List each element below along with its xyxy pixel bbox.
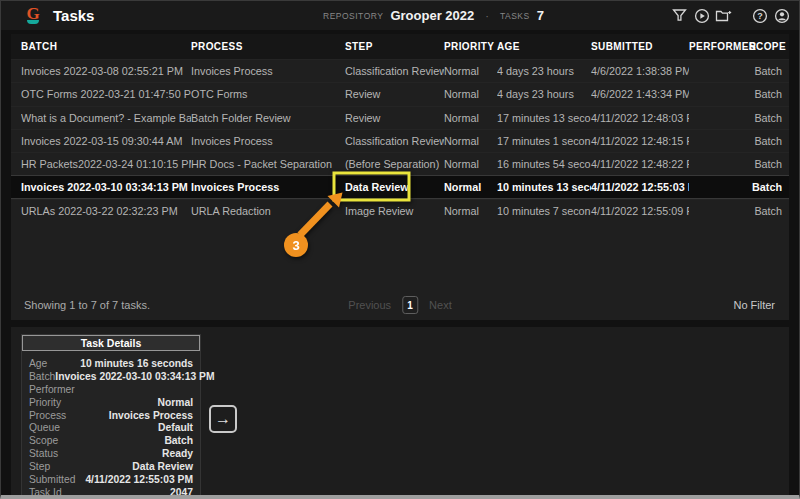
detail-row: Batch Invoices 2022-03-10 03:34:13 PM <box>22 370 200 383</box>
cell-batch: URLAs 2022-03-22 02:32:23 PM <box>21 205 191 217</box>
detail-row: Status Ready <box>22 447 200 460</box>
detail-row: Performer <box>22 383 200 396</box>
svg-text:?: ? <box>757 11 763 21</box>
cell-step: Image Review <box>345 205 444 217</box>
column-header-performer[interactable]: PERFORMER <box>689 41 749 52</box>
task-row[interactable]: Invoices 2022-03-15 09:30:44 AM Invoices… <box>11 129 789 152</box>
logo-letter: G <box>23 5 43 22</box>
cell-submitted: 4/6/2022 1:38:38 PM <box>591 65 689 77</box>
cell-process: Invoices Process <box>191 65 345 77</box>
cell-process: HR Docs - Packet Separation <box>191 158 345 170</box>
detail-label: Scope <box>29 435 58 446</box>
repository-label: REPOSITORY <box>323 11 383 21</box>
task-row[interactable]: What is a Document? - Example Batch Batc… <box>11 106 789 129</box>
detail-row: Process Invoices Process <box>22 409 200 422</box>
detail-label: Priority <box>29 397 61 408</box>
cell-priority: Normal <box>444 112 497 124</box>
detail-value: Default <box>158 422 193 433</box>
task-row[interactable]: HR Packets2022-03-24 01:10:15 PM HR Docs… <box>11 152 789 175</box>
task-details-card: Task Details Age 10 minutes 16 seconds B… <box>21 334 201 496</box>
cell-priority: Normal <box>444 158 497 170</box>
cell-priority: Normal <box>444 205 497 217</box>
cell-priority: Normal <box>444 135 497 147</box>
folder-add-icon[interactable] <box>715 7 732 24</box>
detail-value: 2047 <box>170 487 193 496</box>
cell-scope: Batch <box>749 112 782 124</box>
cell-step: Classification Review <box>345 65 444 77</box>
cell-priority: Normal <box>444 181 497 193</box>
table-footer: Showing 1 to 7 of 7 tasks. Previous 1 Ne… <box>11 294 789 318</box>
open-task-button[interactable]: → <box>209 405 237 433</box>
column-header-submitted[interactable]: SUBMITTED <box>591 41 689 52</box>
next-page-button[interactable]: Next <box>429 299 452 311</box>
detail-label: Process <box>29 410 66 421</box>
detail-value: Invoices 2022-03-10 03:34:13 PM <box>55 371 214 382</box>
right-arrow-icon: → <box>215 411 231 427</box>
filter-icon[interactable] <box>671 7 688 24</box>
top-bar: G Tasks REPOSITORY Grooper 2022 · TASKS … <box>1 1 799 30</box>
column-header-process[interactable]: PROCESS <box>191 41 345 52</box>
task-details-title: Task Details <box>22 335 200 351</box>
detail-row: Task Id 2047 <box>22 486 200 496</box>
detail-row: Priority Normal <box>22 396 200 409</box>
grooper-logo-icon: G <box>23 5 43 27</box>
detail-label: Batch <box>29 371 55 382</box>
task-row[interactable]: OTC Forms 2022-03-21 01:47:50 PM OTC For… <box>11 82 789 105</box>
page-title: Tasks <box>53 7 94 24</box>
filter-status[interactable]: No Filter <box>733 299 775 311</box>
column-header-step[interactable]: STEP <box>345 41 444 52</box>
detail-value: Normal <box>158 397 193 408</box>
cell-priority: Normal <box>444 88 497 100</box>
help-circle-icon[interactable]: ? <box>751 7 768 24</box>
showing-count-text: Showing 1 to 7 of 7 tasks. <box>24 299 150 311</box>
detail-value: 4/11/2022 12:55:03 PM <box>85 474 193 485</box>
tasks-table: BATCH PROCESS STEP PRIORITY AGE SUBMITTE… <box>11 34 789 320</box>
cell-batch: What is a Document? - Example Batch <box>21 112 191 124</box>
cell-batch: Invoices 2022-03-10 03:34:13 PM <box>21 181 191 193</box>
tasks-window: G Tasks REPOSITORY Grooper 2022 · TASKS … <box>0 0 800 499</box>
cell-scope: Batch <box>749 205 782 217</box>
pagination: Previous 1 Next <box>348 296 451 314</box>
cell-process: OTC Forms <box>191 88 345 100</box>
cell-batch: OTC Forms 2022-03-21 01:47:50 PM <box>21 88 191 100</box>
column-header-priority[interactable]: PRIORITY <box>444 41 497 52</box>
cell-step: Review <box>345 112 444 124</box>
task-details-body: Age 10 minutes 16 seconds Batch Invoices… <box>22 351 200 496</box>
detail-row: Scope Batch <box>22 434 200 447</box>
column-header-scope[interactable]: SCOPE <box>749 41 782 52</box>
detail-label: Age <box>29 358 47 369</box>
cell-batch: HR Packets2022-03-24 01:10:15 PM <box>21 158 191 170</box>
table-header-row: BATCH PROCESS STEP PRIORITY AGE SUBMITTE… <box>11 34 789 59</box>
cell-process: Batch Folder Review <box>191 112 345 124</box>
cell-process: URLA Redaction <box>191 205 345 217</box>
detail-value: Data Review <box>132 461 193 472</box>
cell-age: 10 minutes 7 seconds <box>497 205 591 217</box>
detail-value: Ready <box>162 448 193 459</box>
detail-row: Submitted 4/11/2022 12:55:03 PM <box>22 473 200 486</box>
cell-submitted: 4/11/2022 12:55:09 PM <box>591 205 689 217</box>
column-header-age[interactable]: AGE <box>497 41 591 52</box>
cell-scope: Batch <box>749 88 782 100</box>
cell-priority: Normal <box>444 65 497 77</box>
cell-batch: Invoices 2022-03-08 02:55:21 PM <box>21 65 191 77</box>
play-circle-icon[interactable] <box>693 7 710 24</box>
column-header-batch[interactable]: BATCH <box>21 41 191 52</box>
dot-separator: · <box>481 10 493 22</box>
cell-scope: Batch <box>749 158 782 170</box>
task-row[interactable]: Invoices 2022-03-08 02:55:21 PM Invoices… <box>11 59 789 82</box>
previous-page-button[interactable]: Previous <box>348 299 391 311</box>
task-details-panel: Task Details Age 10 minutes 16 seconds B… <box>11 327 789 496</box>
detail-row: Queue Default <box>22 421 200 434</box>
task-row-selected[interactable]: Invoices 2022-03-10 03:34:13 PM Invoices… <box>11 175 789 198</box>
cell-submitted: 4/11/2022 12:48:22 PM <box>591 158 689 170</box>
detail-label: Task Id <box>29 487 62 496</box>
task-row[interactable]: URLAs 2022-03-22 02:32:23 PM URLA Redact… <box>11 199 789 222</box>
tasks-count: 7 <box>537 8 544 23</box>
cell-age: 10 minutes 13 seconds <box>497 181 591 193</box>
page-number-button[interactable]: 1 <box>402 296 418 314</box>
user-circle-icon[interactable] <box>773 7 790 24</box>
cell-scope: Batch <box>749 181 782 193</box>
cell-age: 17 minutes 13 seconds <box>497 112 591 124</box>
detail-value: Batch <box>164 435 193 446</box>
cell-age: 4 days 23 hours <box>497 88 591 100</box>
